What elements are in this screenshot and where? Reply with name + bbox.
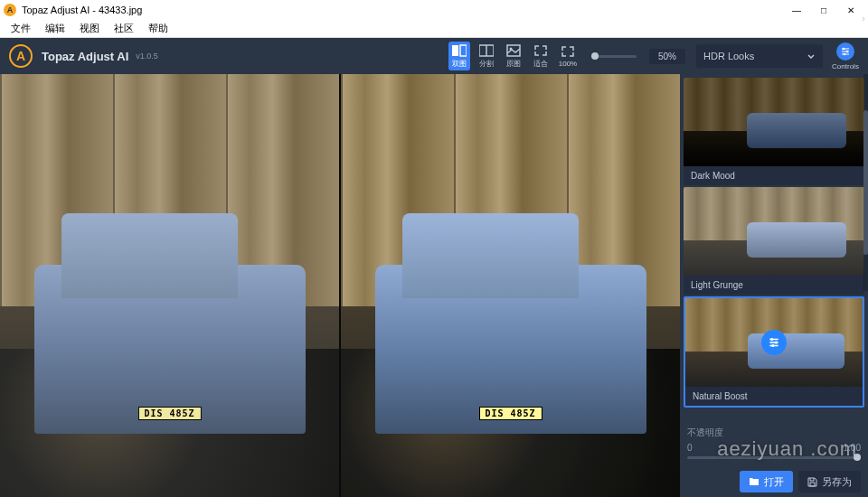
opacity-range-labels: 0 1.00	[680, 443, 868, 456]
presets-sidebar: Dark Mood Light Grunge Natural Boost	[680, 74, 868, 497]
view-tools: 双图 分割 原图 适合 100% 50%	[448, 42, 696, 70]
save-as-button[interactable]: 另存为	[798, 471, 861, 492]
menu-view[interactable]: 视图	[72, 22, 107, 35]
preset-label: Dark Mood	[684, 166, 864, 185]
menu-help[interactable]: 帮助	[141, 22, 175, 35]
preset-thumbnail	[684, 187, 864, 276]
preset-dark-mood[interactable]: Dark Mood	[684, 78, 864, 185]
opacity-label: 不透明度	[687, 427, 723, 439]
presets-list: Dark Mood Light Grunge Natural Boost	[680, 74, 868, 421]
presets-scrollbar[interactable]	[863, 74, 868, 291]
opacity-max: 1.00	[844, 443, 861, 453]
svg-point-7	[846, 50, 849, 52]
opacity-min: 0	[687, 443, 693, 453]
controls-toggle-button[interactable]: Controls	[832, 42, 859, 70]
menu-community[interactable]: 社区	[107, 22, 141, 35]
view-mode-100-button[interactable]: 100%	[557, 42, 579, 70]
app-header: A Topaz Adjust AI v1.0.5 双图 分割 原图 适合	[0, 38, 868, 74]
folder-icon	[749, 477, 760, 486]
scrollbar-thumb[interactable]	[863, 110, 868, 255]
split-view-icon	[479, 44, 494, 57]
window-maximize-button[interactable]: □	[810, 1, 837, 19]
menu-file[interactable]: 文件	[4, 22, 38, 35]
opacity-slider[interactable]	[687, 456, 861, 459]
svg-point-9	[770, 338, 773, 341]
view-mode-label: 分割	[479, 59, 494, 69]
window-minimize-button[interactable]: —	[783, 1, 810, 19]
view-mode-original-button[interactable]: 原图	[503, 42, 524, 70]
license-plate: DIS 485Z	[478, 407, 542, 420]
save-icon	[807, 477, 817, 487]
open-label: 打开	[764, 475, 784, 489]
preset-label: Light Grunge	[684, 276, 864, 295]
image-processed-pane: DIS 485Z	[341, 74, 680, 497]
hdr-looks-dropdown[interactable]: HDR Looks	[696, 44, 823, 68]
preset-light-grunge[interactable]: Light Grunge	[684, 187, 864, 295]
svg-point-6	[843, 47, 845, 50]
app-name: Topaz Adjust AI	[42, 50, 128, 63]
app-icon: A	[4, 4, 16, 16]
app-logo: A	[9, 44, 33, 68]
opacity-row: 不透明度	[680, 421, 868, 443]
svg-point-11	[771, 344, 774, 347]
sliders-icon	[836, 42, 854, 61]
view-mode-label: 双图	[452, 59, 467, 69]
original-view-icon	[506, 44, 521, 57]
view-mode-dual-button[interactable]: 双图	[448, 42, 470, 70]
svg-point-10	[775, 341, 778, 343]
chevron-right-icon	[861, 16, 866, 22]
svg-point-8	[844, 52, 846, 55]
app-body: DIS 485Z DIS 485Z Dark Mood Light Grunge	[0, 74, 868, 497]
sliders-icon	[761, 330, 787, 355]
window-title: Topaz Adjust AI - 43433.jpg	[22, 5, 783, 15]
menubar: 文件 编辑 视图 社区 帮助	[0, 20, 868, 38]
hdr-dropdown-label: HDR Looks	[703, 51, 754, 61]
hundred-icon	[561, 45, 575, 58]
preset-thumbnail	[684, 78, 864, 166]
license-plate: DIS 485Z	[137, 407, 201, 420]
preset-thumbnail	[685, 298, 863, 387]
window-titlebar: A Topaz Adjust AI - 43433.jpg — □ ✕	[0, 0, 868, 20]
view-mode-label: 适合	[533, 59, 548, 69]
preset-natural-boost[interactable]: Natural Boost	[684, 296, 864, 408]
image-viewer[interactable]: DIS 485Z DIS 485Z	[0, 74, 680, 497]
sidebar-footer: 打开 另存为	[680, 466, 868, 497]
svg-rect-1	[460, 45, 467, 56]
zoom-percent[interactable]: 50%	[649, 49, 685, 64]
save-as-label: 另存为	[822, 475, 852, 489]
view-mode-label: 100%	[559, 60, 577, 68]
menu-edit[interactable]: 编辑	[38, 22, 72, 35]
view-mode-label: 原图	[506, 59, 521, 69]
image-original-pane: DIS 485Z	[0, 74, 339, 497]
dual-view-icon	[452, 44, 467, 57]
controls-label: Controls	[832, 62, 859, 70]
fit-icon	[533, 44, 548, 57]
app-root: A Topaz Adjust AI v1.0.5 双图 分割 原图 适合	[0, 38, 868, 497]
view-mode-fit-button[interactable]: 适合	[530, 42, 552, 70]
chevron-down-icon	[807, 52, 816, 61]
svg-rect-0	[452, 45, 458, 56]
view-mode-split-button[interactable]: 分割	[476, 42, 497, 70]
open-button[interactable]: 打开	[740, 471, 793, 492]
zoom-slider[interactable]	[591, 55, 637, 58]
app-version: v1.0.5	[136, 52, 158, 61]
preset-label: Natural Boost	[685, 387, 863, 406]
